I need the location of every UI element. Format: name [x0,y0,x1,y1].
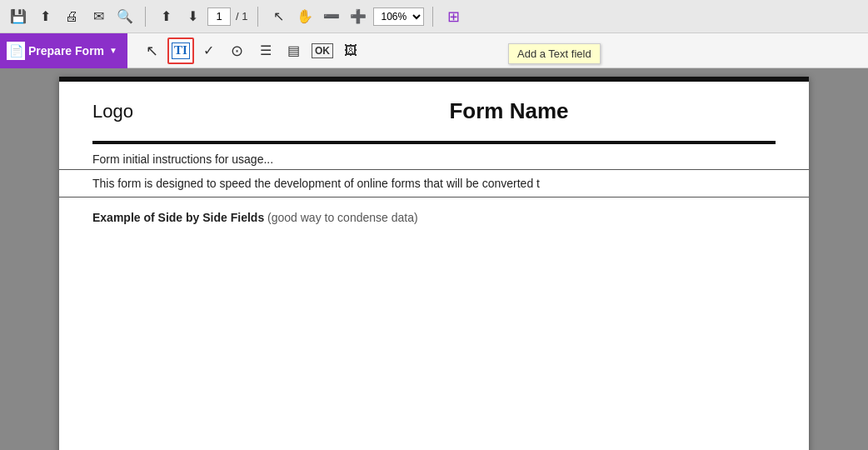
prepare-dropdown-arrow: ▼ [109,46,117,55]
separator-1 [145,7,146,27]
zoom-out-button[interactable]: ➖ [320,5,343,28]
upload-button[interactable]: ⬆ [33,5,57,28]
doc-example: Example of Side by Side Fields (good way… [59,198,809,231]
zoom-in-button[interactable]: ➕ [347,5,370,28]
doc-header: Logo Form Name [59,82,809,141]
doc-logo: Logo [92,101,242,122]
scroll-up-button[interactable]: ⬆ [154,5,177,28]
page-number-input[interactable]: 1 [207,8,231,26]
doc-description: This form is designed to speed the devel… [59,170,809,198]
form-checkbox-tool[interactable]: ✓ [196,38,222,64]
button-icon: OK [312,43,333,58]
separator-2 [257,7,258,27]
save-button[interactable]: 💾 [7,5,30,28]
arrow-icon: ↖ [146,42,158,60]
panel-button[interactable]: ⊞ [441,5,465,28]
prepare-form-label[interactable]: 📄 Prepare Form ▼ [0,33,127,68]
form-button-tool[interactable]: OK [309,38,336,64]
document-page: Logo Form Name Form initial instructions… [59,77,809,450]
doc-form-name: Form Name [242,98,776,124]
top-toolbar: 💾 ⬆ 🖨 ✉ 🔍 ⬆ ⬇ 1 / 1 ↖ ✋ ➖ ➕ 106% 50% 75%… [0,0,868,33]
text-field-icon: TI [172,42,190,59]
prepare-form-title: Prepare Form [28,44,104,58]
form-dropdown-tool[interactable]: ▤ [281,38,307,64]
form-image-tool[interactable]: 🖼 [337,38,364,64]
form-text-field-tool[interactable]: TI [167,38,194,64]
prepare-form-toolbar: 📄 Prepare Form ▼ ↖ TI ✓ ⊙ ☰ ▤ OK 🖼 [0,33,868,68]
dropdown-icon: ▤ [287,42,300,58]
email-button[interactable]: ✉ [87,5,110,28]
zoom-select[interactable]: 106% 50% 75% 100% 125% 150% [373,8,424,26]
radio-icon: ⊙ [231,42,243,60]
pan-tool-btn[interactable]: ✋ [293,5,317,28]
search-button[interactable]: 🔍 [113,5,137,28]
prepare-form-icon: 📄 [7,42,25,60]
list-icon: ☰ [260,42,272,58]
checkbox-icon: ✓ [203,42,214,58]
doc-instructions: Form initial instructions for usage... [59,144,809,170]
form-list-tool[interactable]: ☰ [252,38,279,64]
print-button[interactable]: 🖨 [60,5,83,28]
doc-example-label: Example of Side by Side Fields [92,211,264,224]
form-select-tool[interactable]: ↖ [139,38,166,64]
image-icon: 🖼 [344,43,357,58]
select-tool-btn[interactable]: ↖ [267,5,290,28]
tooltip-box: Add a Text field [508,43,601,64]
doc-example-note: (good way to condense data) [267,211,418,224]
separator-3 [432,7,433,27]
form-radio-tool[interactable]: ⊙ [224,38,251,64]
document-area: Logo Form Name Form initial instructions… [0,68,868,450]
tooltip-text: Add a Text field [517,48,591,60]
scroll-down-button[interactable]: ⬇ [181,5,204,28]
page-separator: / 1 [236,10,247,22]
